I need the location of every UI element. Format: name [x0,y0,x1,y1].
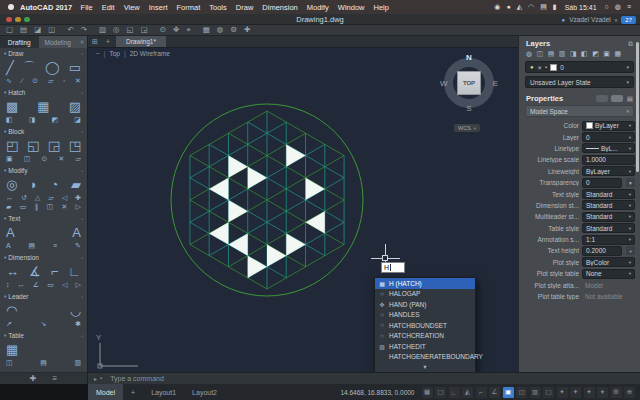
command-prompt-icon[interactable]: ▸ [94,375,97,382]
suggestion-hand-pan[interactable]: ✥HAND (PAN) [375,299,475,310]
donut-icon[interactable]: ◦ [63,77,65,84]
section-header-modify[interactable]: ▾Modify▫ [4,166,83,175]
quick-dim-icon[interactable]: ▷ [76,281,81,288]
view-cube[interactable]: N S W E TOP [440,54,498,112]
tab-model[interactable]: Model [88,384,123,400]
redo-icon[interactable]: ↷ [81,26,87,34]
hatched-triangle[interactable] [228,233,247,255]
edit-block-icon[interactable]: ◫ [24,155,31,162]
property-value-color[interactable]: ByLayer▾ [582,121,635,131]
hatched-triangle[interactable] [248,167,267,189]
app-status-icon[interactable]: ◉ [491,3,503,11]
menu-edit[interactable]: Edit [97,3,119,12]
add-tool-icon[interactable]: ✚ [30,374,37,383]
layer-states-icon[interactable]: ◫ [537,50,544,58]
break-icon[interactable]: ◫ [46,203,53,210]
hatched-triangle[interactable] [286,233,305,255]
insert-block-icon[interactable]: ◰ [6,139,18,152]
measure-icon[interactable]: ⌖ [186,26,190,34]
battery-icon[interactable]: ▮ [550,3,560,11]
dynamic-input-icon[interactable]: ▪ [100,375,102,382]
manage-block-icon[interactable]: ◳ [69,139,81,152]
align-leaders-icon[interactable]: ✱ [75,320,81,327]
polar-tracking-icon[interactable]: ◭ [462,387,473,398]
undo-icon[interactable]: ↶ [67,26,73,34]
edit-leader-icon[interactable]: ◡ [70,304,81,317]
copy-icon[interactable]: ▭ [20,203,27,210]
suggestion-hatch[interactable]: ▦H (HATCH) [375,278,475,289]
save-icon[interactable]: ◪ [34,26,41,34]
layer-off-icon[interactable]: ◩ [592,50,599,58]
menu-tools[interactable]: Tools [205,3,232,12]
customization-icon[interactable]: ⚙ [611,387,622,398]
move-icon[interactable]: ◎ [6,178,17,191]
property-value-layer[interactable]: 0▾ [582,132,635,142]
rectangle-icon[interactable]: ▭ [69,61,81,74]
align-icon[interactable]: ∥ [35,203,39,210]
justify-text-icon[interactable]: ≡ [53,242,57,249]
hatched-triangle[interactable] [209,178,228,200]
object-snap-icon[interactable]: ▣ [503,387,514,398]
menu-file[interactable]: File [76,3,97,12]
viewport-control-item[interactable]: − [96,50,100,57]
wipeout-icon[interactable]: ◩ [52,116,59,123]
orbit-icon[interactable]: ◍ [217,26,224,34]
sync-badge[interactable]: 27 [621,16,636,24]
palette-tab-drafting[interactable]: Drafting [0,36,39,48]
linear-dim-icon[interactable]: ↔ [6,265,19,278]
freeze-layer-icon[interactable]: ◨ [570,50,577,58]
layer-on-bulb-icon[interactable]: ● [530,64,534,70]
section-header-dimension[interactable]: ▾Dimension▫ [4,253,83,262]
arc-icon[interactable]: ⌒ [23,61,36,74]
group-icon[interactable]: ▱ [76,155,81,162]
property-value-dimension-st[interactable]: Standard▾ [582,200,635,210]
value-spinner-button[interactable]: + [626,246,635,255]
export-table-icon[interactable]: ◫ [6,359,13,366]
trim-icon[interactable]: ◔ [50,178,58,191]
explode-icon[interactable]: ✕ [59,155,65,162]
suggestion-handles[interactable]: ○HANDLES [375,310,475,321]
match-layer-icon[interactable]: ▣ [603,50,610,58]
section-header-table[interactable]: ▾Table▫ [4,331,83,340]
point-icon[interactable]: ⊙ [32,77,38,84]
grid-display-icon[interactable]: ▦ [422,387,433,398]
extend-icon[interactable]: ▷ [76,203,81,210]
add-leader-icon[interactable]: ↗ [6,320,12,327]
suggestion-hatchedit[interactable]: ▨HATCHEDIT [375,341,475,352]
pan-icon[interactable]: ✥ [173,26,179,34]
scale-icon[interactable]: △ [35,194,40,201]
continue-dim-icon[interactable]: ◁ [62,281,67,288]
text-style-icon[interactable]: ✎ [75,242,81,249]
mtext-icon[interactable]: A [6,226,15,239]
section-header-draw[interactable]: ▾Draw▫ [4,49,83,58]
tab-overview-icon[interactable]: ⊞ [88,38,102,46]
scale-menu-icon[interactable]: ▾ [597,387,608,398]
section-settings-icon[interactable]: ▫ [81,51,83,57]
layer-color-swatch[interactable] [550,64,557,71]
attribute-icon[interactable]: ▣ [6,155,13,162]
multileader-icon[interactable]: ◠ [6,304,17,317]
wifi-icon[interactable]: ◠ [525,3,537,11]
tab-layout1[interactable]: Layout1 [143,384,184,400]
menu-draw[interactable]: Draw [231,3,258,12]
display-icon[interactable]: ▤ [537,3,550,11]
menu-clock[interactable]: Sáb 15:41 [560,4,602,11]
add-palette-icon[interactable]: ✚ [244,26,250,34]
suggestion-halogap[interactable]: ○HALOGAP [375,289,475,300]
layer-lock-icon[interactable]: ▪ [545,64,547,70]
notification-center-icon[interactable]: ≡ [624,3,634,11]
jogged-dim-icon[interactable]: ▭ [47,281,54,288]
edit-text-icon[interactable]: A [72,226,81,239]
single-text-icon[interactable]: A [6,242,11,249]
angular-dim-icon[interactable]: ∡ [29,265,41,278]
offset-icon[interactable]: ▰ [71,178,81,191]
data-link-icon[interactable]: ▥ [74,359,81,366]
print-icon[interactable]: ▥ [99,26,106,34]
polygon-icon[interactable]: ▱ [48,77,53,84]
spotlight-search-icon[interactable]: ○ [602,3,612,11]
hatched-triangle[interactable] [228,200,247,222]
new-tab-button[interactable]: + [102,38,114,45]
hatched-triangle[interactable] [209,222,228,244]
suggestion-hatchboundset[interactable]: ○HATCHBOUNDSET [375,320,475,331]
ordinate-dim-icon[interactable]: ∟ [68,265,81,278]
